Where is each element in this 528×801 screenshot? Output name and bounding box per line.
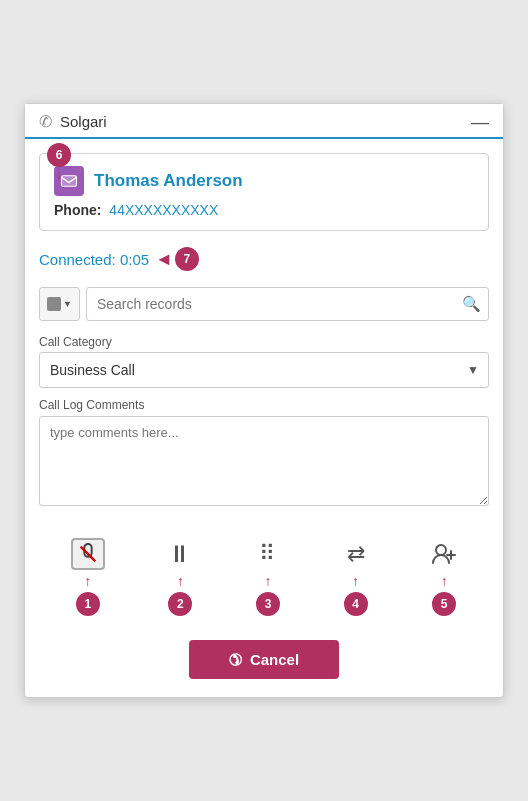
action-arrow-1: ↑ [84,574,91,588]
action-transfer[interactable]: ⇄ ↑ 4 [344,538,368,616]
phone-number: 44XXXXXXXXXX [109,202,218,218]
action-keypad[interactable]: ⠿ ↑ 3 [256,538,280,616]
arrow-left-icon: ◄ [155,249,173,270]
search-type-button[interactable]: ▼ [39,287,80,321]
action-arrow-3: ↑ [264,574,271,588]
search-input[interactable] [86,287,489,321]
hold-icon: ⏸ [168,538,192,570]
phone-icon: ✆ [39,112,52,131]
action-mute[interactable]: ↑ 1 [71,538,105,616]
comment-label: Call Log Comments [39,398,489,412]
comment-textarea[interactable] [39,416,489,506]
action-add-user[interactable]: ↑ 5 [431,538,457,616]
annotation-badge-6: 6 [47,143,71,167]
action-badge-4: 4 [344,592,368,616]
action-arrow-4: ↑ [352,574,359,588]
search-input-wrap: 🔍 [86,287,489,321]
cancel-label: Cancel [250,651,299,668]
connected-row: Connected: 0:05 ◄ 7 [25,241,503,281]
search-row: ▼ 🔍 [25,281,503,327]
contact-phone-row: Phone: 44XXXXXXXXXX [54,202,474,218]
call-category-dropdown-wrap: Business Call Personal Call Support Call… [39,352,489,388]
action-badge-1: 1 [76,592,100,616]
svg-line-2 [80,547,95,562]
cancel-phone-icon: ✆ [224,648,247,671]
action-badge-2: 2 [168,592,192,616]
annotation-badge-7: 7 [175,247,199,271]
search-icon: 🔍 [462,295,481,313]
transfer-icon: ⇄ [347,538,365,570]
call-category-select[interactable]: Business Call Personal Call Support Call [39,352,489,388]
mute-icon [71,538,105,570]
annotation-arrow-6: ↓ [47,167,71,181]
action-arrow-2: ↑ [177,574,184,588]
cancel-button[interactable]: ✆ Cancel [189,640,339,679]
action-row: ↑ 1 ⏸ ↑ 2 ⠿ ↑ 3 ⇄ ↑ 4 [25,520,503,626]
app-window: ✆ Solgari — 6 ↓ Thomas Anderson Phone: 4… [24,103,504,698]
phone-label: Phone: [54,202,101,218]
comment-section: Call Log Comments [25,398,503,520]
action-badge-3: 3 [256,592,280,616]
action-badge-5: 5 [432,592,456,616]
records-icon [47,297,61,311]
cancel-row: ✆ Cancel [25,626,503,697]
app-title: Solgari [60,113,471,130]
call-category-label: Call Category [25,327,503,352]
action-arrow-5: ↑ [441,574,448,588]
contact-card: Thomas Anderson Phone: 44XXXXXXXXXX [39,153,489,231]
title-bar: ✆ Solgari — [25,104,503,139]
action-hold[interactable]: ⏸ ↑ 2 [168,538,192,616]
chevron-down-icon: ▼ [63,299,72,309]
svg-point-3 [436,545,446,555]
connected-status: Connected: 0:05 [39,251,149,268]
minimize-button[interactable]: — [471,113,489,131]
contact-name: Thomas Anderson [94,171,243,191]
keypad-icon: ⠿ [259,538,276,570]
add-user-icon [431,538,457,570]
